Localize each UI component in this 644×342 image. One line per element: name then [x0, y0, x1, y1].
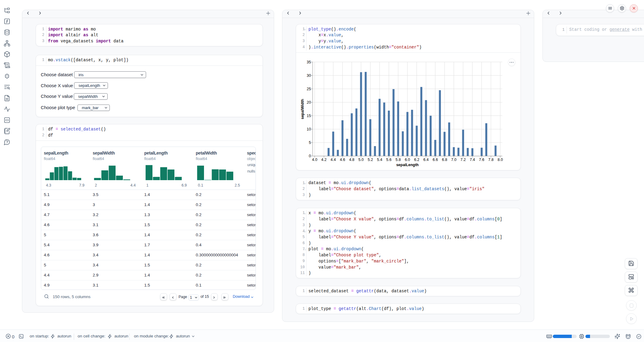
svg-text:7.8: 7.8	[488, 158, 494, 162]
svg-text:sepalWidth: sepalWidth	[300, 99, 305, 119]
svg-text:5.0: 5.0	[359, 158, 364, 162]
svg-text:5: 5	[309, 141, 311, 145]
svg-text:25: 25	[307, 87, 311, 91]
svg-text:sepalLength: sepalLength	[396, 163, 419, 167]
svg-text:4.6: 4.6	[340, 158, 345, 162]
svg-text:7.2: 7.2	[460, 158, 466, 162]
svg-text:7.0: 7.0	[451, 158, 456, 162]
svg-text:7.4: 7.4	[470, 158, 475, 162]
svg-text:5.4: 5.4	[377, 158, 382, 162]
svg-text:4.4: 4.4	[331, 158, 336, 162]
svg-text:5.2: 5.2	[368, 158, 373, 162]
svg-text:10: 10	[307, 127, 311, 131]
svg-text:0: 0	[309, 154, 311, 158]
svg-text:35: 35	[307, 60, 311, 64]
svg-text:4.8: 4.8	[349, 158, 354, 162]
svg-text:6.2: 6.2	[414, 158, 419, 162]
svg-text:6.8: 6.8	[442, 158, 447, 162]
svg-text:6.6: 6.6	[433, 158, 438, 162]
svg-text:5.8: 5.8	[395, 158, 401, 162]
svg-text:15: 15	[307, 114, 311, 118]
svg-text:8.0: 8.0	[498, 158, 503, 162]
svg-text:4.0: 4.0	[312, 158, 317, 162]
svg-text:4.2: 4.2	[321, 158, 327, 162]
svg-text:6.4: 6.4	[424, 158, 429, 162]
svg-text:6.0: 6.0	[405, 158, 410, 162]
svg-text:7.6: 7.6	[479, 158, 484, 162]
svg-text:30: 30	[307, 73, 311, 77]
svg-text:5.6: 5.6	[386, 158, 392, 162]
svg-text:20: 20	[307, 100, 311, 105]
